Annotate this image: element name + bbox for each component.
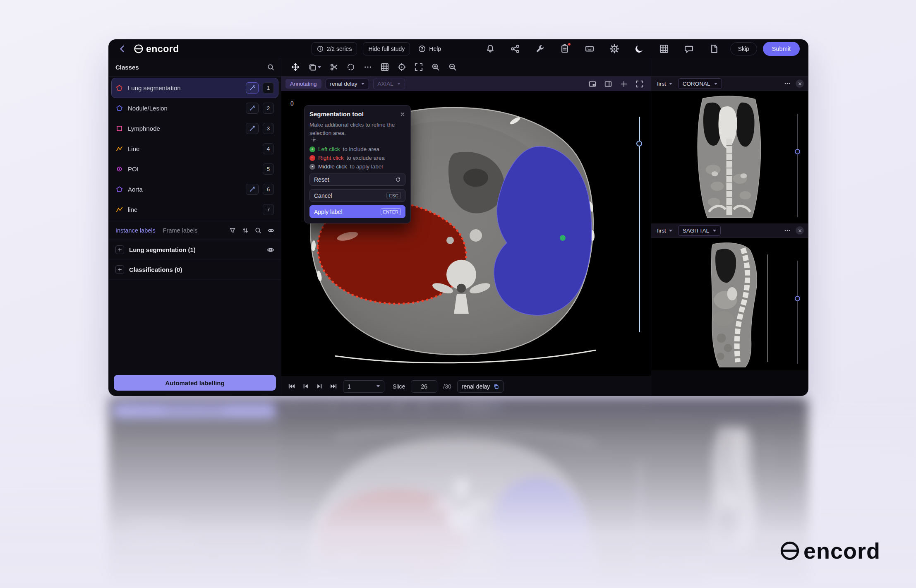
legend-description: to include area (343, 146, 380, 152)
back-button[interactable] (117, 43, 128, 54)
notifications-button[interactable] (485, 44, 495, 54)
axial-slice-slider[interactable] (639, 117, 640, 332)
zoom-in-button[interactable] (432, 63, 440, 71)
automated-labelling-label: Automated labelling (165, 379, 224, 386)
first-frame-button[interactable] (288, 383, 295, 390)
ellipsis-icon (364, 63, 372, 71)
crosshair-tool-button[interactable] (398, 63, 406, 71)
layout-grid-button[interactable] (381, 63, 389, 71)
expand-icon[interactable] (636, 80, 643, 88)
documents-button[interactable] (709, 44, 719, 54)
coronal-plane-value: CORONAL (683, 81, 710, 87)
coronal-plane-select[interactable]: CORONAL (678, 78, 722, 89)
prev-frame-button[interactable] (302, 383, 309, 390)
sagittal-series-select[interactable]: first (655, 228, 674, 234)
move-icon (291, 63, 300, 71)
magic-wand-button[interactable] (246, 82, 259, 94)
last-frame-button[interactable] (330, 383, 337, 390)
eye-icon[interactable] (268, 227, 274, 234)
tab-frame-labels[interactable]: Frame labels (163, 227, 198, 234)
shortcuts-button[interactable] (585, 44, 595, 54)
settings-button[interactable] (609, 44, 619, 54)
class-row-poi[interactable]: POI 5 (111, 159, 278, 179)
duplicate-tool-button[interactable] (308, 63, 321, 71)
class-row-line[interactable]: Line 4 (111, 139, 278, 159)
expand-button[interactable] (115, 265, 124, 274)
picture-in-picture-icon[interactable] (589, 80, 596, 88)
eye-icon[interactable] (267, 246, 274, 254)
cut-tool-button[interactable] (330, 63, 338, 71)
close-icon[interactable] (400, 111, 405, 117)
slice-number-input[interactable] (411, 380, 437, 393)
coronal-viewport[interactable] (651, 91, 808, 223)
slider-handle[interactable] (636, 141, 642, 146)
class-hotkey-badge: 4 (263, 143, 274, 154)
fullscreen-button[interactable] (415, 63, 423, 71)
share-button[interactable] (510, 44, 520, 54)
zoom-out-button[interactable] (448, 63, 457, 71)
split-panel-icon[interactable] (604, 80, 612, 88)
close-panel-button[interactable] (796, 79, 804, 88)
apply-label-button[interactable]: Apply label ENTER (309, 205, 405, 218)
class-row-lymphnode[interactable]: Lymphnode 3 (111, 118, 278, 139)
next-frame-button[interactable] (316, 383, 323, 390)
comments-button[interactable] (684, 44, 694, 54)
class-row-nodule-lesion[interactable]: Nodule/Lesion 2 (111, 98, 278, 118)
magic-wand-button[interactable] (246, 184, 259, 195)
bell-icon (486, 44, 495, 53)
class-row-line-2[interactable]: line 7 (111, 199, 278, 220)
sort-icon[interactable] (242, 227, 249, 234)
info-icon (317, 46, 324, 52)
sagittal-slice-slider[interactable] (797, 261, 799, 364)
more-options-icon[interactable] (784, 80, 791, 87)
instance-group-lung-segmentation[interactable]: Lung segmentation (1) (109, 240, 281, 260)
more-options-icon[interactable] (784, 227, 791, 234)
reset-button[interactable]: Reset (309, 173, 405, 186)
tab-instance-labels[interactable]: Instance labels (115, 227, 156, 234)
dark-mode-button[interactable] (634, 44, 644, 54)
series-info-button[interactable]: 2/2 series (312, 42, 357, 55)
search-icon[interactable] (255, 227, 261, 234)
axial-viewport[interactable]: 0 Segmentation tool Make additional clic… (281, 91, 651, 377)
hide-full-study-button[interactable]: Hide full study (363, 42, 410, 55)
classifications-group[interactable]: Classifications (0) (109, 260, 281, 280)
chevron-down-icon (318, 66, 321, 68)
coronal-slice-slider[interactable] (797, 114, 799, 217)
pan-tool-button[interactable] (291, 63, 300, 71)
frame-select[interactable]: 1 (343, 380, 384, 393)
help-button[interactable]: Help (418, 45, 441, 53)
more-tools-button[interactable] (364, 63, 372, 71)
chevron-down-icon (713, 230, 716, 232)
ellipse-tool-button[interactable] (347, 63, 355, 71)
skip-label: Skip (738, 46, 749, 52)
search-icon[interactable] (267, 64, 274, 71)
skip-button[interactable]: Skip (730, 42, 757, 55)
slider-handle[interactable] (795, 149, 800, 154)
coronal-series-select[interactable]: first (655, 81, 674, 87)
polyline-icon (116, 145, 123, 152)
add-view-icon[interactable] (620, 80, 628, 88)
tasks-button[interactable] (560, 44, 570, 54)
filter-icon[interactable] (229, 227, 236, 234)
segmentation-tool-popup: Segmentation tool Make additional clicks… (304, 105, 411, 223)
plane-select[interactable]: AXIAL (373, 79, 405, 89)
sagittal-viewport[interactable] (651, 238, 808, 370)
secondary-views-column: first CORONAL (651, 58, 808, 396)
class-row-lung-segmentation[interactable]: Lung segmentation 1 (111, 78, 278, 98)
crosshair-icon (398, 63, 406, 71)
slider-handle[interactable] (795, 296, 800, 301)
series-select[interactable]: renal delay (326, 79, 369, 89)
magic-wand-button[interactable] (246, 103, 259, 114)
class-row-aorta[interactable]: Aorta 6 (111, 179, 278, 199)
sagittal-plane-select[interactable]: SAGITTAL (678, 225, 721, 236)
grid-view-button[interactable] (659, 44, 669, 54)
tools-button[interactable] (535, 44, 545, 54)
popup-title: Segmentation tool (309, 110, 364, 118)
expand-button[interactable] (115, 245, 124, 254)
cancel-button[interactable]: Cancel ESC (309, 189, 405, 202)
close-panel-button[interactable] (796, 226, 804, 235)
magic-wand-button[interactable] (246, 123, 259, 134)
automated-labelling-button[interactable]: Automated labelling (114, 375, 276, 391)
submit-button[interactable]: Submit (763, 42, 800, 56)
series-chip[interactable]: renal delay (457, 380, 504, 393)
